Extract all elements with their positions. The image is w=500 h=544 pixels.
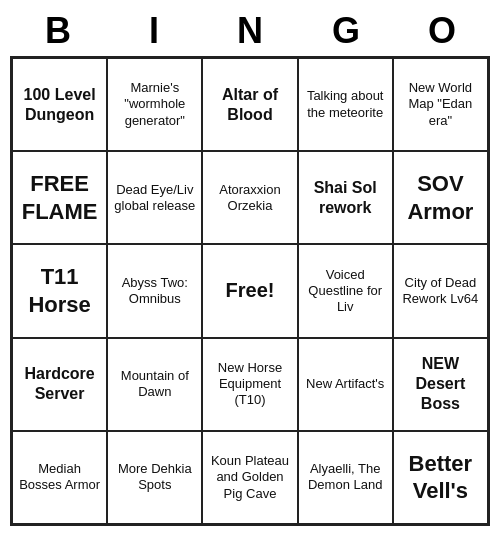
bingo-cell-7: Atoraxxion Orzekia: [202, 151, 297, 244]
bingo-cell-23: Alyaelli, The Demon Land: [298, 431, 393, 524]
bingo-cell-15: Hardcore Server: [12, 338, 107, 431]
bingo-cell-12: Free!: [202, 244, 297, 337]
bingo-letter-o: O: [398, 10, 486, 52]
bingo-letter-n: N: [206, 10, 294, 52]
bingo-letter-i: I: [110, 10, 198, 52]
bingo-cell-21: More Dehkia Spots: [107, 431, 202, 524]
bingo-cell-16: Mountain of Dawn: [107, 338, 202, 431]
bingo-cell-18: New Artifact's: [298, 338, 393, 431]
bingo-header: BINGO: [10, 0, 490, 56]
bingo-cell-14: City of Dead Rework Lv64: [393, 244, 488, 337]
bingo-cell-0: 100 Level Dungeon: [12, 58, 107, 151]
bingo-cell-20: Mediah Bosses Armor: [12, 431, 107, 524]
bingo-letter-b: B: [14, 10, 102, 52]
bingo-cell-4: New World Map "Edan era": [393, 58, 488, 151]
bingo-cell-11: Abyss Two: Omnibus: [107, 244, 202, 337]
bingo-cell-13: Voiced Questline for Liv: [298, 244, 393, 337]
bingo-grid: 100 Level DungeonMarnie's "wormhole gene…: [10, 56, 490, 526]
bingo-cell-10: T11 Horse: [12, 244, 107, 337]
bingo-cell-8: Shai Sol rework: [298, 151, 393, 244]
bingo-cell-6: Dead Eye/Liv global release: [107, 151, 202, 244]
bingo-cell-17: New Horse Equipment (T10): [202, 338, 297, 431]
bingo-cell-1: Marnie's "wormhole generator": [107, 58, 202, 151]
bingo-cell-19: NEW Desert Boss: [393, 338, 488, 431]
bingo-cell-5: FREE FLAME: [12, 151, 107, 244]
bingo-cell-2: Altar of Blood: [202, 58, 297, 151]
bingo-cell-3: Talking about the meteorite: [298, 58, 393, 151]
bingo-cell-22: Koun Plateau and Golden Pig Cave: [202, 431, 297, 524]
bingo-cell-9: SOV Armor: [393, 151, 488, 244]
bingo-cell-24: Better Vell's: [393, 431, 488, 524]
bingo-letter-g: G: [302, 10, 390, 52]
